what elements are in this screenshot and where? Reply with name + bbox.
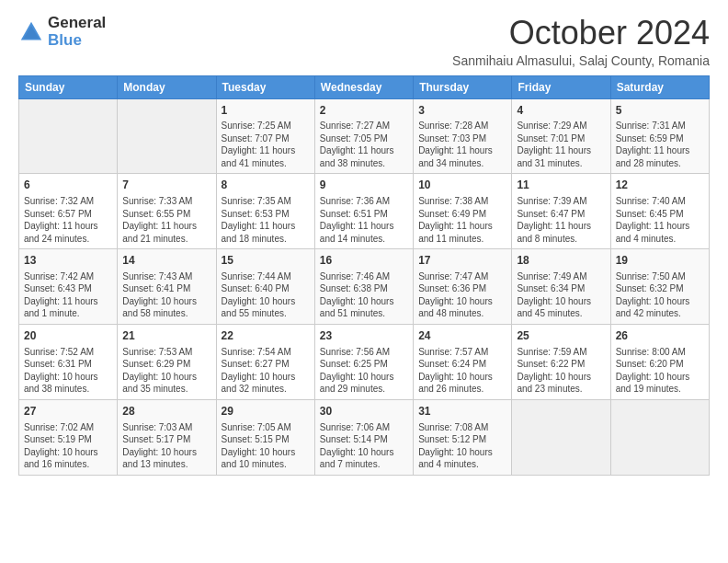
logo-blue-text: Blue — [48, 32, 106, 50]
day-info: Sunrise: 7:33 AM Sunset: 6:55 PM Dayligh… — [122, 195, 210, 245]
calendar-cell: 5Sunrise: 7:31 AM Sunset: 6:59 PM Daylig… — [610, 98, 709, 174]
day-info: Sunrise: 7:29 AM Sunset: 7:01 PM Dayligh… — [517, 120, 605, 169]
calendar-cell: 19Sunrise: 7:50 AM Sunset: 6:32 PM Dayli… — [610, 249, 709, 325]
calendar-cell: 31Sunrise: 7:08 AM Sunset: 5:12 PM Dayli… — [414, 399, 512, 475]
day-number: 1 — [222, 103, 310, 119]
day-info: Sunrise: 7:39 AM Sunset: 6:47 PM Dayligh… — [517, 195, 605, 245]
calendar-cell — [19, 98, 118, 174]
calendar-cell: 2Sunrise: 7:27 AM Sunset: 7:05 PM Daylig… — [314, 98, 413, 174]
day-number: 30 — [320, 404, 408, 419]
day-number: 16 — [320, 253, 408, 269]
day-number: 5 — [616, 103, 704, 119]
calendar-cell: 20Sunrise: 7:52 AM Sunset: 6:31 PM Dayli… — [19, 324, 118, 399]
calendar-cell: 18Sunrise: 7:49 AM Sunset: 6:34 PM Dayli… — [512, 249, 610, 325]
calendar-cell: 26Sunrise: 8:00 AM Sunset: 6:20 PM Dayli… — [610, 324, 709, 399]
calendar-body: 1Sunrise: 7:25 AM Sunset: 7:07 PM Daylig… — [19, 98, 710, 475]
calendar-cell: 1Sunrise: 7:25 AM Sunset: 7:07 PM Daylig… — [216, 98, 314, 174]
calendar-cell: 6Sunrise: 7:32 AM Sunset: 6:57 PM Daylig… — [19, 174, 118, 249]
calendar-cell: 23Sunrise: 7:56 AM Sunset: 6:25 PM Dayli… — [314, 324, 413, 399]
day-number: 9 — [320, 178, 408, 193]
day-number: 13 — [24, 253, 112, 269]
day-info: Sunrise: 7:06 AM Sunset: 5:14 PM Dayligh… — [320, 421, 408, 471]
week-row-1: 6Sunrise: 7:32 AM Sunset: 6:57 PM Daylig… — [19, 174, 710, 249]
calendar-cell: 12Sunrise: 7:40 AM Sunset: 6:45 PM Dayli… — [610, 174, 709, 249]
day-number: 12 — [616, 178, 704, 193]
day-number: 18 — [517, 253, 605, 269]
title-block: October 2024 Sanmihaiu Almasului, Salaj … — [452, 15, 710, 68]
week-row-2: 13Sunrise: 7:42 AM Sunset: 6:43 PM Dayli… — [19, 249, 710, 325]
calendar-cell — [118, 98, 216, 174]
day-info: Sunrise: 7:05 AM Sunset: 5:15 PM Dayligh… — [222, 421, 310, 471]
calendar-cell: 9Sunrise: 7:36 AM Sunset: 6:51 PM Daylig… — [314, 174, 413, 249]
day-info: Sunrise: 7:35 AM Sunset: 6:53 PM Dayligh… — [222, 195, 310, 245]
subtitle: Sanmihaiu Almasului, Salaj County, Roman… — [452, 53, 710, 68]
day-info: Sunrise: 7:49 AM Sunset: 6:34 PM Dayligh… — [517, 270, 605, 320]
day-info: Sunrise: 7:56 AM Sunset: 6:25 PM Dayligh… — [320, 346, 408, 396]
calendar-cell: 13Sunrise: 7:42 AM Sunset: 6:43 PM Dayli… — [19, 249, 118, 325]
day-number: 6 — [24, 178, 112, 193]
calendar-cell — [512, 399, 610, 475]
header-day-sunday: Sunday — [19, 75, 118, 98]
calendar-cell — [610, 399, 709, 475]
calendar-cell: 16Sunrise: 7:46 AM Sunset: 6:38 PM Dayli… — [314, 249, 413, 325]
calendar-cell: 4Sunrise: 7:29 AM Sunset: 7:01 PM Daylig… — [512, 98, 610, 174]
calendar-cell: 21Sunrise: 7:53 AM Sunset: 6:29 PM Dayli… — [118, 324, 216, 399]
day-number: 15 — [222, 253, 310, 269]
header-day-tuesday: Tuesday — [216, 75, 314, 98]
day-number: 23 — [320, 328, 408, 344]
day-number: 28 — [122, 404, 210, 419]
calendar-cell: 24Sunrise: 7:57 AM Sunset: 6:24 PM Dayli… — [414, 324, 512, 399]
day-number: 21 — [122, 328, 210, 344]
calendar-cell: 3Sunrise: 7:28 AM Sunset: 7:03 PM Daylig… — [414, 98, 512, 174]
day-info: Sunrise: 7:52 AM Sunset: 6:31 PM Dayligh… — [24, 346, 112, 396]
header-row: SundayMondayTuesdayWednesdayThursdayFrid… — [19, 75, 710, 98]
calendar-table: SundayMondayTuesdayWednesdayThursdayFrid… — [18, 75, 710, 476]
day-info: Sunrise: 7:03 AM Sunset: 5:17 PM Dayligh… — [122, 421, 210, 471]
week-row-0: 1Sunrise: 7:25 AM Sunset: 7:07 PM Daylig… — [19, 98, 710, 174]
day-number: 27 — [24, 404, 112, 419]
day-number: 31 — [418, 404, 506, 419]
day-number: 10 — [418, 178, 506, 193]
calendar-cell: 29Sunrise: 7:05 AM Sunset: 5:15 PM Dayli… — [216, 399, 314, 475]
day-info: Sunrise: 7:46 AM Sunset: 6:38 PM Dayligh… — [320, 270, 408, 320]
day-number: 19 — [616, 253, 704, 269]
day-info: Sunrise: 7:43 AM Sunset: 6:41 PM Dayligh… — [122, 270, 210, 320]
day-info: Sunrise: 7:02 AM Sunset: 5:19 PM Dayligh… — [24, 421, 112, 471]
day-info: Sunrise: 7:54 AM Sunset: 6:27 PM Dayligh… — [222, 346, 310, 396]
day-info: Sunrise: 7:28 AM Sunset: 7:03 PM Dayligh… — [418, 120, 506, 169]
day-info: Sunrise: 7:32 AM Sunset: 6:57 PM Dayligh… — [24, 195, 112, 245]
calendar-cell: 27Sunrise: 7:02 AM Sunset: 5:19 PM Dayli… — [19, 399, 118, 475]
calendar-cell: 22Sunrise: 7:54 AM Sunset: 6:27 PM Dayli… — [216, 324, 314, 399]
day-number: 17 — [418, 253, 506, 269]
logo: General Blue — [18, 15, 106, 49]
calendar-cell: 30Sunrise: 7:06 AM Sunset: 5:14 PM Dayli… — [314, 399, 413, 475]
week-row-3: 20Sunrise: 7:52 AM Sunset: 6:31 PM Dayli… — [19, 324, 710, 399]
day-info: Sunrise: 7:44 AM Sunset: 6:40 PM Dayligh… — [222, 270, 310, 320]
page-header: General Blue October 2024 Sanmihaiu Alma… — [18, 15, 710, 68]
day-number: 8 — [222, 178, 310, 193]
calendar-header: SundayMondayTuesdayWednesdayThursdayFrid… — [19, 75, 710, 98]
header-day-monday: Monday — [118, 75, 216, 98]
day-number: 7 — [122, 178, 210, 193]
calendar-cell: 17Sunrise: 7:47 AM Sunset: 6:36 PM Dayli… — [414, 249, 512, 325]
header-day-thursday: Thursday — [414, 75, 512, 98]
calendar-cell: 28Sunrise: 7:03 AM Sunset: 5:17 PM Dayli… — [118, 399, 216, 475]
logo-icon — [18, 19, 44, 45]
day-info: Sunrise: 7:59 AM Sunset: 6:22 PM Dayligh… — [517, 346, 605, 396]
calendar-cell: 7Sunrise: 7:33 AM Sunset: 6:55 PM Daylig… — [118, 174, 216, 249]
header-day-wednesday: Wednesday — [314, 75, 413, 98]
day-info: Sunrise: 7:50 AM Sunset: 6:32 PM Dayligh… — [616, 270, 704, 320]
calendar-cell: 14Sunrise: 7:43 AM Sunset: 6:41 PM Dayli… — [118, 249, 216, 325]
day-info: Sunrise: 8:00 AM Sunset: 6:20 PM Dayligh… — [616, 346, 704, 396]
day-info: Sunrise: 7:40 AM Sunset: 6:45 PM Dayligh… — [616, 195, 704, 245]
month-title: October 2024 — [452, 15, 710, 52]
day-info: Sunrise: 7:08 AM Sunset: 5:12 PM Dayligh… — [418, 421, 506, 471]
day-number: 25 — [517, 328, 605, 344]
calendar-cell: 10Sunrise: 7:38 AM Sunset: 6:49 PM Dayli… — [414, 174, 512, 249]
day-number: 14 — [122, 253, 210, 269]
header-day-friday: Friday — [512, 75, 610, 98]
day-number: 2 — [320, 103, 408, 119]
day-number: 29 — [222, 404, 310, 419]
week-row-4: 27Sunrise: 7:02 AM Sunset: 5:19 PM Dayli… — [19, 399, 710, 475]
day-number: 26 — [616, 328, 704, 344]
